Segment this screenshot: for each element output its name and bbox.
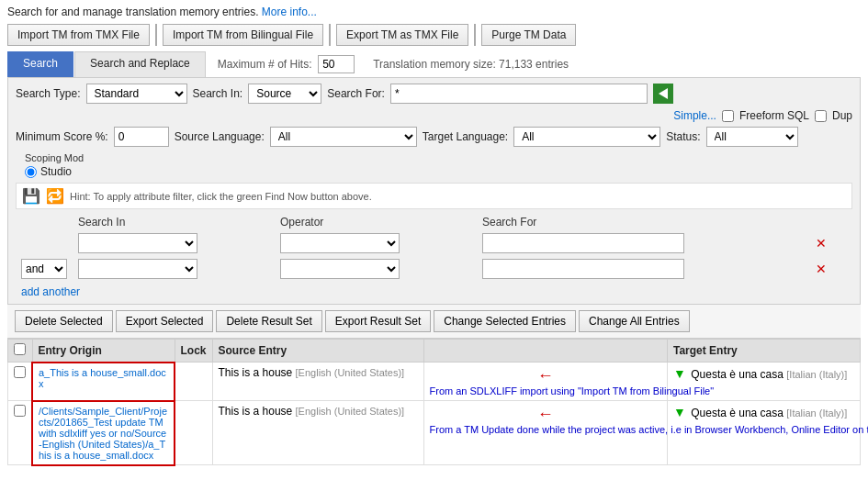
- search-for-input[interactable]: [390, 84, 648, 104]
- search-in-select[interactable]: Source Target: [248, 84, 321, 104]
- row2-arrow: ← From a TM Update done while the projec…: [423, 401, 667, 465]
- search-for-label: Search For:: [327, 87, 385, 100]
- change-all-button[interactable]: Change All Entries: [579, 310, 690, 332]
- row1-entry-origin: a_This is a house_small.docx: [32, 363, 175, 401]
- scoping-section: Scoping Mod Studio: [25, 152, 84, 178]
- filter2-search-for[interactable]: [482, 259, 684, 279]
- max-hits-input[interactable]: [318, 55, 355, 73]
- filter2-delete-button[interactable]: ✕: [812, 262, 830, 276]
- delete-result-set-button[interactable]: Delete Result Set: [216, 310, 321, 332]
- dup-checkbox[interactable]: [815, 110, 827, 122]
- top-info: Search for and manage translation memory…: [7, 6, 861, 18]
- col-search-in: Search In: [73, 214, 275, 230]
- delete-selected-button[interactable]: Delete Selected: [15, 310, 113, 332]
- select-all-checkbox[interactable]: [14, 343, 26, 355]
- svg-marker-0: [659, 88, 668, 99]
- table-row: a_This is a house_small.docx This is a h…: [8, 363, 861, 401]
- export-tmx-button[interactable]: Export TM as TMX File: [336, 24, 468, 46]
- filter1-delete-button[interactable]: ✕: [812, 236, 830, 251]
- target-lang-label: Target Language:: [423, 130, 508, 143]
- filter-table: Search In Operator Search For ✕ andor: [16, 214, 852, 282]
- tab-search-replace[interactable]: Search and Replace: [74, 51, 206, 77]
- row1-lock: [175, 363, 212, 401]
- search-in-label: Search In:: [193, 87, 243, 100]
- tab-row: Search Search and Replace Maximum # of H…: [7, 51, 861, 78]
- filter1-operator[interactable]: [280, 233, 400, 253]
- row2-annotation: From a TM Update done while the project …: [430, 424, 632, 435]
- add-another-link[interactable]: add another: [21, 285, 80, 298]
- filter1-search-for[interactable]: [482, 233, 684, 253]
- status-select[interactable]: All Approved: [706, 127, 798, 147]
- col-target-entry: Target Entry: [668, 340, 861, 363]
- export-result-set-button[interactable]: Export Result Set: [325, 310, 431, 332]
- min-score-label: Minimum Score %:: [16, 130, 108, 143]
- import-tmx-button[interactable]: Import TM from TMX File: [7, 24, 150, 46]
- more-info-link[interactable]: More info...: [262, 6, 317, 18]
- filter-row-2: andor ✕: [16, 256, 852, 282]
- row2-checkbox[interactable]: [14, 405, 26, 417]
- export-selected-button[interactable]: Export Selected: [116, 310, 214, 332]
- dup-label: Dup: [832, 109, 852, 122]
- search-panel: Search Type: Standard Fuzzy Search In: S…: [7, 78, 861, 305]
- row2-source: This is a house [English (United States)…: [212, 401, 423, 465]
- tab-search[interactable]: Search: [7, 51, 73, 77]
- hint-row: 💾 🔁 Hint: To apply attribute filter, cli…: [16, 183, 852, 209]
- col-entry-origin: Entry Origin: [32, 340, 175, 363]
- filter1-search-in[interactable]: [78, 233, 197, 253]
- freeform-sql-checkbox[interactable]: [722, 110, 734, 122]
- table-row: /Clients/Sample_Client/Projects/201865_T…: [8, 401, 861, 465]
- tab-info: Maximum # of Hits: Translation memory si…: [207, 51, 861, 77]
- col-search-for: Search For: [477, 214, 806, 230]
- col-lock: Lock: [175, 340, 212, 363]
- status-label: Status:: [666, 130, 700, 143]
- col-operator: Operator: [275, 214, 477, 230]
- import-bilingual-button[interactable]: Import TM from Bilingual File: [163, 24, 323, 46]
- source-lang-select[interactable]: All English (United States): [270, 127, 417, 147]
- action-bar: Delete Selected Export Selected Delete R…: [7, 305, 861, 339]
- scoping-studio-label: Studio: [40, 165, 72, 178]
- filter2-search-in[interactable]: [78, 259, 197, 279]
- row2-entry-origin: /Clients/Sample_Client/Projects/201865_T…: [32, 401, 175, 465]
- row1-annotation: From an SDLXLIFF import using "Import TM…: [430, 385, 614, 396]
- scoping-label: Scoping Mod: [25, 152, 84, 163]
- freeform-sql-label: Freeform SQL: [739, 109, 809, 122]
- top-button-row: Import TM from TMX File Import TM from B…: [7, 24, 861, 46]
- row1-arrow: ← From an SDLXLIFF import using "Import …: [423, 363, 667, 401]
- filter2-connector[interactable]: andor: [21, 259, 67, 279]
- purge-button[interactable]: Purge TM Data: [481, 24, 576, 46]
- hint-text: Hint: To apply attribute filter, click t…: [70, 191, 372, 202]
- scoping-radio[interactable]: [25, 166, 37, 178]
- search-type-label: Search Type:: [16, 87, 81, 100]
- row2-lock: [175, 401, 212, 465]
- search-type-select[interactable]: Standard Fuzzy: [86, 84, 187, 104]
- filter2-operator[interactable]: [280, 259, 400, 279]
- filter-row-1: ✕: [16, 230, 852, 256]
- source-lang-label: Source Language:: [175, 130, 265, 143]
- find-now-button[interactable]: [653, 84, 673, 104]
- row1-source: This is a house [English (United States)…: [212, 363, 423, 401]
- change-selected-button[interactable]: Change Selected Entries: [434, 310, 576, 332]
- min-score-input[interactable]: [114, 127, 169, 147]
- results-table: Entry Origin Lock Source Entry Target En…: [7, 339, 861, 466]
- row1-checkbox[interactable]: [14, 366, 26, 378]
- simple-link[interactable]: Simple...: [673, 109, 716, 122]
- col-source-entry: Source Entry: [212, 340, 423, 363]
- target-lang-select[interactable]: All Italian (Italy): [513, 127, 660, 147]
